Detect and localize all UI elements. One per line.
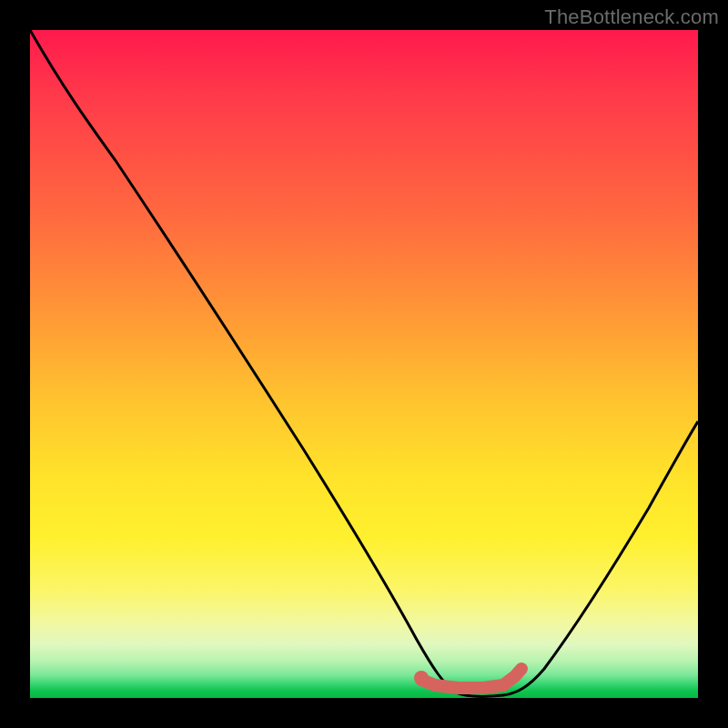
chart-frame: TheBottleneck.com xyxy=(0,0,728,728)
watermark-text: TheBottleneck.com xyxy=(544,5,719,29)
plot-area xyxy=(30,30,698,698)
bottleneck-curve xyxy=(30,30,698,696)
optimal-start-dot xyxy=(414,671,429,685)
curve-layer xyxy=(30,30,698,698)
